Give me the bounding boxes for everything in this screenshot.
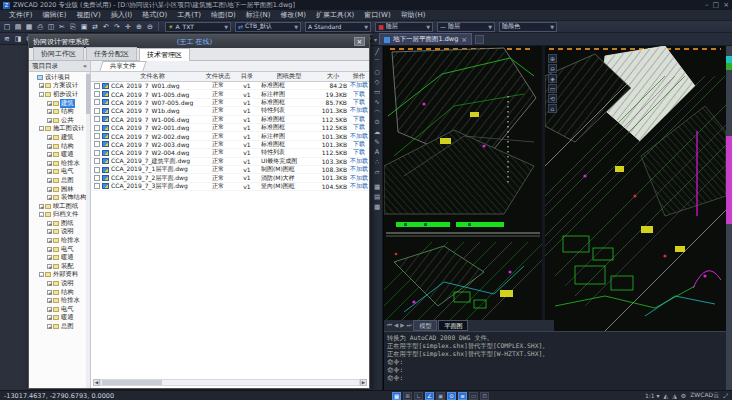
tree-expander-icon[interactable]: + [47, 290, 52, 295]
tree-item[interactable]: + 方案设计 [29, 82, 90, 91]
palette-tab-segment[interactable] [726, 224, 732, 390]
tree-expander-icon[interactable]: + [47, 135, 52, 140]
toolbar-icon[interactable]: ▦ [24, 22, 34, 32]
palette-tab-segment[interactable] [726, 136, 732, 224]
palette-tab-segment[interactable] [726, 46, 732, 56]
tree-item[interactable]: + 总图 [29, 322, 90, 331]
dialog-tab[interactable]: 任务分配区 [86, 47, 137, 60]
tab-close-icon[interactable]: × [461, 36, 467, 44]
close-button[interactable]: × [723, 1, 729, 9]
document-tab[interactable]: 地下一层平面图1.dwg × [379, 33, 472, 45]
maximize-button[interactable]: □ [713, 1, 720, 9]
menu-item[interactable]: 绘图(D) [206, 10, 241, 21]
layout-nav-arrow[interactable]: ⏭ [405, 322, 412, 329]
status-toggle-button[interactable]: ∟ [414, 392, 423, 400]
nav-tool-icon[interactable]: ▭ [548, 84, 557, 93]
row-checkbox[interactable] [94, 133, 100, 139]
menu-item[interactable]: 窗口(W) [359, 10, 395, 21]
row-checkbox[interactable] [94, 150, 100, 156]
layout-tab[interactable]: 平面图 [438, 320, 468, 331]
layer-toolbar-icon[interactable]: ◨ [13, 34, 23, 44]
status-toggle-button[interactable]: ⊙ [447, 392, 456, 400]
row-checkbox[interactable] [94, 108, 100, 114]
tree-expander-icon[interactable]: + [47, 264, 52, 269]
layer-toolbar-icon[interactable]: ≋ [2, 34, 12, 44]
tree-expander-icon[interactable]: + [47, 281, 52, 286]
tree-expander-icon[interactable]: + [47, 144, 52, 149]
hatch-tool-icon[interactable]: ▤ [373, 193, 382, 202]
tree-scrollbar[interactable] [86, 72, 90, 388]
layout-tab[interactable]: 模型 [413, 320, 437, 331]
status-toggle-button[interactable]: ▦ [392, 392, 401, 400]
tree-item[interactable]: + 暖通 [29, 314, 90, 323]
toolbar-icon[interactable]: ⊕ [134, 22, 144, 32]
linetype-dropdown[interactable]: — 随层▼ [437, 22, 495, 32]
canvas-area[interactable]: ⊕⊖◈▭⟲⌂ ⏮◀▶⏭ 模型平面图 转换为 AutoCAD 2000 DWG 文… [383, 46, 732, 390]
annotation-visibility-icon[interactable]: ◭ [664, 392, 669, 399]
toolbar-icon[interactable]: □ [2, 22, 12, 32]
toolbar-icon[interactable]: ⎙ [35, 22, 45, 32]
toolbar-icon[interactable]: ✛ [123, 22, 133, 32]
tree-item[interactable]: + 暖通 [29, 150, 90, 159]
scroll-left-arrow[interactable]: ◀ [93, 379, 100, 386]
tree-expander-icon[interactable]: + [47, 324, 52, 329]
color-dropdown[interactable]: ■ 随层▼ [375, 22, 433, 32]
dialog-tab[interactable]: 协同工作区 [33, 47, 84, 60]
tree-item[interactable]: + 电气 [29, 168, 90, 177]
menu-item[interactable]: 格式(O) [137, 10, 172, 21]
palette-tab-segment[interactable] [726, 56, 732, 63]
row-checkbox[interactable] [94, 116, 100, 122]
row-checkbox[interactable] [94, 158, 100, 164]
tree-item[interactable]: + 公共 [29, 116, 90, 125]
draw-tool-icon[interactable]: ⊙ [373, 118, 382, 127]
tree-expander-icon[interactable] [31, 75, 36, 80]
tree-expander-icon[interactable]: + [47, 109, 52, 114]
nav-tool-icon[interactable]: ⌂ [548, 104, 557, 113]
workspace-gear-icon[interactable]: ⚙ [681, 392, 686, 399]
plot-style-dropdown[interactable]: ⇄ CTB_默认▼ [235, 22, 301, 32]
status-toggle-button[interactable]: ≡ [458, 392, 467, 400]
menu-item[interactable]: 帮助(H) [396, 10, 431, 21]
nav-tool-icon[interactable]: ◈ [548, 74, 557, 83]
tree-expander-icon[interactable]: + [47, 101, 52, 106]
file-table-row[interactable]: CCA_2019_7_3层平面.dwg 正常 v1 竖向(M)图框 104.5K… [91, 183, 369, 191]
tree-item[interactable]: + 装饰结构 [29, 193, 90, 202]
menu-item[interactable]: 扩展工具(X) [311, 10, 359, 21]
text-style-dropdown[interactable]: A Standard▼ [305, 22, 371, 32]
tree-item[interactable]: + 结构 [29, 142, 90, 151]
right-palette-strip[interactable] [726, 46, 732, 390]
tree-expander-icon[interactable]: + [47, 161, 52, 166]
tree-item[interactable]: + 说明 [29, 228, 90, 237]
toolbar-icon[interactable]: ⇄ [90, 22, 100, 32]
layer-dropdown[interactable]: ☀ A_TXT▼ [165, 22, 231, 32]
tree-item[interactable]: + 竣工图纸 [29, 202, 90, 211]
tree-expander-icon[interactable]: + [47, 238, 52, 243]
status-toggle-button[interactable]: ⊞ [403, 392, 412, 400]
tree-expander-icon[interactable]: + [47, 178, 52, 183]
tree-expander-icon[interactable]: + [47, 169, 52, 174]
menu-item[interactable]: 编辑(E) [38, 10, 72, 21]
draw-tool-icon[interactable]: ∴ [373, 158, 382, 167]
cloud-service-label[interactable]: ZWCAD云 [690, 391, 719, 400]
tree-item[interactable]: 设计项目 [29, 73, 90, 82]
file-table-hscrollbar[interactable]: ◀ ▶ [93, 379, 367, 386]
tree-expander-icon[interactable]: + [47, 195, 52, 200]
tree-collapse-icon[interactable]: « [83, 61, 87, 71]
lineweight-dropdown[interactable]: 随颜色▼ [499, 22, 557, 32]
nav-tool-icon[interactable]: ⟲ [548, 94, 557, 103]
tree-item[interactable]: + 总图 [29, 176, 90, 185]
menu-item[interactable]: 修改(M) [275, 10, 311, 21]
tree-item[interactable]: + 建筑 [29, 99, 90, 108]
command-line-window[interactable]: 转换为 AutoCAD 2000 DWG 文件。正在用字型[simplex.sh… [384, 331, 726, 390]
row-checkbox[interactable] [94, 83, 100, 89]
menu-item[interactable]: 文件(F) [4, 10, 38, 21]
palette-tab-segment[interactable] [726, 63, 732, 70]
viewport-left-floorplan[interactable] [384, 46, 542, 320]
row-checkbox[interactable] [94, 91, 100, 97]
row-checkbox[interactable] [94, 167, 100, 173]
tree-item[interactable]: + 图纸 [29, 219, 90, 228]
toolbar-icon[interactable]: ▤ [13, 22, 23, 32]
row-checkbox[interactable] [94, 183, 100, 189]
new-tab-button[interactable] [475, 35, 484, 44]
menu-item[interactable]: 视图(V) [71, 10, 105, 21]
